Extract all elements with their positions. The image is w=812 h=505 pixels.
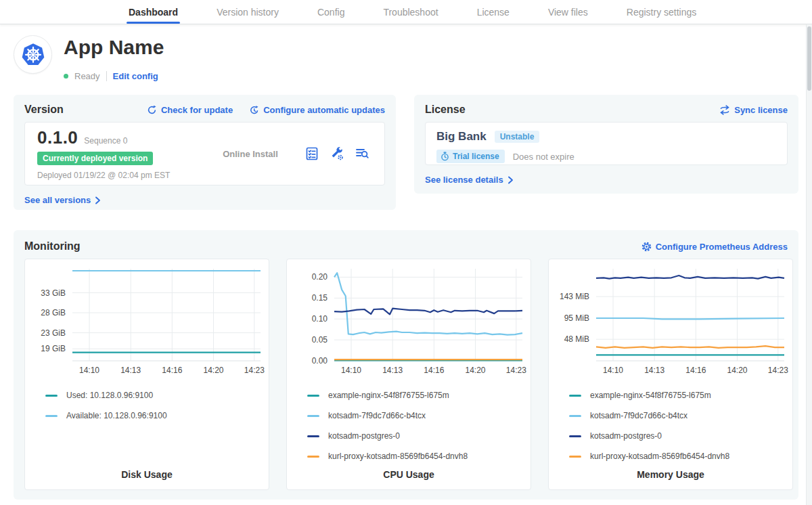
memory-usage-legend: example-nginx-54f8f76755-l675mkotsadm-7f… — [569, 391, 792, 461]
configure-prometheus-link[interactable]: Configure Prometheus Address — [641, 242, 788, 252]
svg-text:14:10: 14:10 — [79, 366, 99, 375]
svg-text:0.15: 0.15 — [312, 293, 328, 303]
cpu-usage-chart-panel: 14:1014:1314:1614:2014:230.200.150.100.0… — [286, 259, 531, 490]
legend-label: kotsadm-postgres-0 — [590, 431, 662, 441]
see-license-details-link[interactable]: See license details — [425, 175, 514, 185]
tab-view-files[interactable]: View files — [548, 0, 588, 24]
legend-item: kotsadm-postgres-0 — [569, 431, 792, 441]
status-dot — [64, 74, 68, 79]
legend-swatch — [569, 395, 581, 397]
legend-item: example-nginx-54f8f76755-l675m — [569, 391, 792, 400]
legend-label: kurl-proxy-kotsadm-8569fb6454-dnvh8 — [328, 452, 468, 461]
edit-config-icon[interactable] — [330, 146, 344, 161]
version-number: 0.1.0 — [37, 127, 78, 148]
svg-text:48 MiB: 48 MiB — [564, 334, 589, 344]
svg-text:14:20: 14:20 — [727, 366, 747, 375]
stopwatch-icon — [441, 152, 449, 161]
svg-text:14:23: 14:23 — [244, 366, 265, 375]
legend-item: kurl-proxy-kotsadm-8569fb6454-dnvh8 — [569, 452, 792, 461]
tab-dashboard[interactable]: Dashboard — [129, 0, 178, 24]
license-card-title: License — [425, 104, 466, 116]
chevron-right-icon — [95, 196, 101, 204]
install-type-label: Online Install — [196, 149, 304, 159]
license-name: Big Bank — [436, 130, 487, 144]
memory-usage-chart: 14:1014:1314:1614:2014:23143 MiB95 MiB48… — [549, 265, 792, 384]
sequence-label: Sequence 0 — [84, 136, 127, 146]
tab-troubleshoot[interactable]: Troubleshoot — [383, 0, 438, 24]
legend-label: kotsadm-7f9dc7d66c-b4tcx — [590, 411, 687, 420]
legend-swatch — [307, 435, 319, 437]
version-card-title: Version — [24, 104, 64, 116]
check-for-update-link[interactable]: Check for update — [147, 105, 233, 115]
legend-label: Used: 10.128.0.96:9100 — [66, 391, 153, 400]
disk-usage-chart-panel: 14:1014:1314:1614:2014:2333 GiB28 GiB23 … — [24, 259, 269, 490]
legend-item: kotsadm-postgres-0 — [307, 431, 531, 441]
chart-title: CPU Usage — [287, 462, 531, 480]
svg-text:14:23: 14:23 — [506, 366, 526, 375]
cpu-usage-legend: example-nginx-54f8f76755-l675mkotsadm-7f… — [307, 391, 531, 461]
legend-swatch — [569, 435, 581, 437]
chevron-right-icon — [508, 176, 514, 184]
preflight-checks-icon[interactable] — [304, 146, 319, 161]
legend-item: Used: 10.128.0.96:9100 — [45, 391, 269, 400]
svg-text:0.10: 0.10 — [312, 314, 328, 324]
svg-text:14:13: 14:13 — [644, 366, 664, 375]
vertical-scrollbar[interactable] — [806, 24, 812, 505]
schedule-update-icon — [249, 105, 259, 115]
tab-config[interactable]: Config — [317, 0, 344, 24]
trial-license-badge: Trial license — [436, 150, 505, 163]
legend-label: kurl-proxy-kotsadm-8569fb6454-dnvh8 — [590, 452, 729, 461]
license-panel: Big Bank Unstable Trial license Does not… — [425, 122, 788, 165]
svg-text:14:23: 14:23 — [768, 366, 788, 375]
svg-text:14:16: 14:16 — [424, 366, 444, 375]
see-all-versions-link[interactable]: See all versions — [24, 195, 101, 205]
svg-text:33 GiB: 33 GiB — [41, 288, 66, 298]
svg-text:14:10: 14:10 — [603, 366, 623, 375]
gear-icon — [641, 242, 652, 252]
legend-item: example-nginx-54f8f76755-l675m — [307, 391, 531, 400]
tab-license[interactable]: License — [477, 0, 510, 24]
legend-item: kotsadm-7f9dc7d66c-b4tcx — [307, 411, 531, 420]
tab-registry-settings[interactable]: Registry settings — [627, 0, 696, 24]
charts-row: 14:1014:1314:1614:2014:2333 GiB28 GiB23 … — [24, 259, 788, 490]
legend-swatch — [45, 415, 58, 417]
chart-title: Disk Usage — [25, 462, 269, 480]
disk-usage-legend: Used: 10.128.0.96:9100Available: 10.128.… — [45, 391, 269, 420]
svg-text:14:20: 14:20 — [203, 366, 223, 375]
svg-text:0.00: 0.00 — [312, 356, 328, 366]
sync-icon — [719, 105, 730, 115]
svg-text:143 MiB: 143 MiB — [560, 292, 589, 301]
refresh-icon — [147, 105, 157, 115]
disk-usage-chart: 14:1014:1314:1614:2014:2333 GiB28 GiB23 … — [25, 265, 269, 384]
status-text: Ready — [74, 71, 100, 81]
svg-text:95 MiB: 95 MiB — [564, 313, 589, 323]
edit-config-link[interactable]: Edit config — [113, 71, 158, 81]
sync-license-link[interactable]: Sync license — [719, 105, 788, 115]
legend-label: kotsadm-postgres-0 — [328, 431, 400, 441]
tab-version-history[interactable]: Version history — [217, 0, 279, 24]
current-version-panel: 0.1.0 Sequence 0 Currently deployed vers… — [24, 122, 385, 185]
svg-text:28 GiB: 28 GiB — [41, 308, 66, 317]
divider — [106, 71, 107, 81]
view-logs-icon[interactable] — [355, 146, 369, 161]
svg-text:14:13: 14:13 — [120, 366, 141, 375]
svg-text:23 GiB: 23 GiB — [41, 328, 66, 338]
svg-text:14:10: 14:10 — [341, 366, 361, 375]
legend-swatch — [569, 415, 581, 417]
channel-badge: Unstable — [495, 131, 540, 143]
app-logo — [14, 35, 52, 74]
svg-text:14:16: 14:16 — [162, 366, 182, 375]
svg-text:0.20: 0.20 — [312, 272, 328, 282]
configure-automatic-updates-link[interactable]: Configure automatic updates — [249, 105, 385, 115]
legend-swatch — [569, 456, 581, 458]
chart-title: Memory Usage — [549, 462, 792, 480]
svg-text:14:16: 14:16 — [685, 366, 706, 375]
legend-label: kotsadm-7f9dc7d66c-b4tcx — [328, 411, 426, 420]
legend-swatch — [307, 395, 319, 397]
version-card: Version Check for update — [14, 95, 396, 210]
deployed-timestamp: Deployed 01/19/22 @ 02:04 pm EST — [37, 171, 196, 180]
scrollbar-thumb[interactable] — [807, 26, 811, 91]
license-expiry: Does not expire — [513, 152, 574, 162]
top-navigation: Dashboard Version history Config Trouble… — [0, 0, 812, 24]
memory-usage-chart-panel: 14:1014:1314:1614:2014:23143 MiB95 MiB48… — [548, 259, 793, 490]
